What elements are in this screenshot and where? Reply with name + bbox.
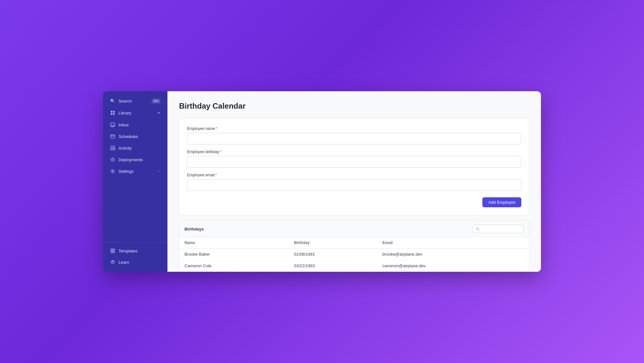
- library-icon: [110, 110, 115, 115]
- birthday-label: Employee birthday*: [187, 150, 521, 154]
- svg-rect-19: [113, 251, 115, 253]
- table-search-input[interactable]: [481, 227, 520, 231]
- sidebar-item-settings[interactable]: Settings →: [105, 166, 166, 177]
- table-section-title: Birthdays: [185, 227, 204, 231]
- sidebar-item-label: Inbox: [118, 123, 160, 127]
- cell-name: Cameron Cole: [179, 260, 289, 272]
- cell-name: Harper Hill: [179, 272, 289, 272]
- cell-email: harper@airplane.dev: [377, 272, 529, 272]
- svg-rect-18: [111, 251, 112, 253]
- plus-icon: +: [157, 110, 160, 116]
- required-star: *: [216, 126, 217, 131]
- svg-rect-9: [111, 146, 115, 150]
- settings-icon: [110, 169, 115, 174]
- email-form-group: Employee email*: [187, 173, 521, 191]
- sidebar-item-deployments[interactable]: Deployments: [105, 154, 166, 165]
- svg-rect-5: [111, 135, 115, 138]
- table-card: Birthdays Name Birthday Email: [179, 221, 529, 272]
- svg-rect-1: [113, 111, 115, 113]
- sidebar-item-activity[interactable]: Activity: [105, 142, 166, 153]
- sidebar-item-templates[interactable]: Templates: [105, 245, 166, 256]
- sidebar-bottom: Templates Learn: [103, 242, 167, 268]
- form-actions: Add Employee: [187, 197, 521, 207]
- cell-email: cameron@airplane.dev: [377, 260, 529, 272]
- svg-rect-16: [111, 249, 112, 250]
- cell-name: Brooke Baker: [179, 249, 289, 260]
- sidebar-item-label: Templates: [118, 249, 160, 253]
- arrow-icon: →: [156, 169, 160, 173]
- form-card: Employee name* Employee birthday* Employ…: [179, 118, 529, 215]
- search-icon: 🔍: [110, 98, 115, 103]
- svg-point-22: [476, 228, 478, 230]
- sidebar: 🔍 Search ⌘K Library +: [103, 91, 167, 272]
- cell-birthday: 04/30/1991: [289, 272, 377, 272]
- email-label: Employee email*: [187, 173, 521, 177]
- name-form-group: Employee name*: [187, 126, 521, 144]
- deployments-icon: [110, 157, 115, 162]
- templates-icon: [110, 248, 115, 253]
- sidebar-item-label: Learn: [118, 260, 160, 265]
- sidebar-item-label: Deployments: [118, 157, 160, 162]
- svg-rect-17: [113, 249, 115, 250]
- sidebar-item-label: Activity: [118, 146, 160, 151]
- required-star: *: [220, 150, 221, 154]
- schedules-icon: [110, 134, 115, 139]
- sidebar-item-label: Search: [118, 99, 148, 103]
- cell-email: brooke@airplane.dev: [377, 249, 529, 260]
- sidebar-item-label: Schedules: [118, 134, 160, 139]
- col-name: Name: [179, 237, 289, 249]
- table-row: Cameron Cole 03/22/1993 cameron@airplane…: [179, 260, 529, 272]
- cell-birthday: 03/22/1993: [289, 260, 377, 272]
- required-star: *: [215, 173, 217, 177]
- learn-icon: [110, 260, 115, 265]
- sidebar-item-library[interactable]: Library +: [105, 107, 166, 119]
- name-label: Employee name*: [187, 126, 521, 131]
- page-title: Birthday Calendar: [179, 102, 529, 111]
- search-badge: ⌘K: [152, 99, 160, 103]
- table-search-icon: [476, 227, 479, 231]
- sidebar-item-search[interactable]: 🔍 Search ⌘K: [105, 95, 166, 106]
- sidebar-item-label: Library: [118, 111, 154, 115]
- svg-rect-0: [111, 111, 112, 113]
- table-header: Birthdays: [179, 221, 529, 237]
- employee-birthday-input[interactable]: [187, 156, 521, 168]
- add-employee-button[interactable]: Add Employee: [482, 197, 521, 207]
- table-search-box[interactable]: [472, 225, 524, 233]
- activity-icon: [110, 145, 115, 151]
- sidebar-item-schedules[interactable]: Schedules: [105, 131, 166, 142]
- svg-line-23: [478, 230, 479, 231]
- svg-rect-3: [113, 113, 115, 115]
- sidebar-item-learn[interactable]: Learn: [105, 257, 166, 268]
- svg-rect-2: [111, 113, 112, 115]
- app-container: 🔍 Search ⌘K Library +: [103, 91, 541, 272]
- employee-name-input[interactable]: [187, 133, 521, 144]
- birthday-form-group: Employee birthday*: [187, 150, 521, 168]
- col-email: Email: [377, 237, 529, 249]
- svg-point-15: [112, 171, 113, 172]
- svg-point-21: [113, 263, 113, 263]
- employee-email-input[interactable]: [187, 179, 521, 191]
- sidebar-item-label: Settings: [118, 169, 153, 174]
- table-row: Harper Hill 04/30/1991 harper@airplane.d…: [179, 272, 529, 272]
- sidebar-item-inbox[interactable]: Inbox: [105, 119, 166, 130]
- col-birthday: Birthday: [289, 237, 377, 249]
- main-content: Birthday Calendar Employee name* Employe…: [167, 91, 541, 272]
- cell-birthday: 01/08/1991: [289, 249, 377, 260]
- birthdays-table: Name Birthday Email Brooke Baker 01/08/1…: [179, 237, 529, 272]
- inbox-icon: [110, 122, 115, 127]
- table-row: Brooke Baker 01/08/1991 brooke@airplane.…: [179, 249, 529, 260]
